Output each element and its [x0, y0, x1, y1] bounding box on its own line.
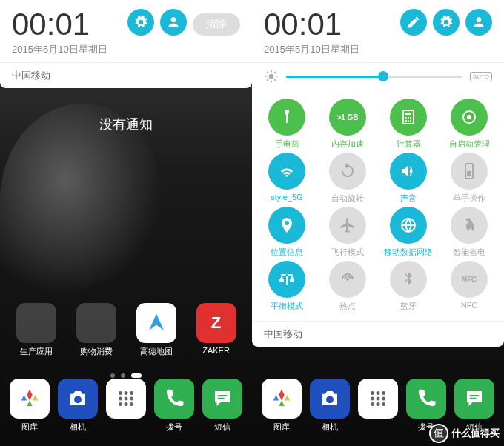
auto-brightness-badge[interactable]: AUTO [470, 72, 492, 81]
app-folder[interactable]: 购物消费 [76, 303, 116, 357]
watermark: 值 什么值得买 [429, 424, 500, 443]
svg-point-5 [124, 397, 127, 401]
svg-point-23 [467, 115, 471, 119]
app-folder[interactable]: ZZAKER [196, 303, 236, 357]
svg-rect-10 [217, 395, 227, 396]
right-screen: 00:01 2015年5月10日星期日 [252, 0, 504, 446]
quick-settings-panel: 00:01 2015年5月10日星期日 [252, 0, 504, 347]
svg-point-4 [119, 397, 122, 401]
page-dot-active [131, 373, 142, 378]
dock: 图库相机 拨号短信 [0, 379, 252, 433]
svg-point-33 [376, 397, 379, 401]
qs-calc[interactable]: 计算器 [379, 99, 437, 150]
app-label: 拨号 [166, 422, 182, 433]
quick-settings-grid: 手电筒>1 GB内存加速计算器自启动管理style_5G自动旋转声音单手操作位置… [252, 90, 504, 321]
qs-onehand[interactable]: 单手操作 [440, 153, 498, 204]
watermark-text: 什么值得买 [451, 427, 500, 440]
settings-icon[interactable] [127, 9, 154, 36]
qs-hotspot[interactable]: 热点 [319, 261, 377, 312]
svg-point-21 [410, 120, 411, 122]
qs-location[interactable]: 位置信息 [258, 207, 316, 258]
svg-point-19 [405, 120, 407, 122]
qs-label: 飞行模式 [331, 247, 364, 258]
no-notifications-text: 没有通知 [0, 104, 252, 145]
edit-icon[interactable] [400, 9, 427, 36]
app-gallery[interactable]: 图库 [262, 379, 302, 433]
qs-flashlight[interactable]: 手电筒 [258, 99, 316, 150]
qs-label: 自启动管理 [449, 139, 490, 150]
app-nav[interactable]: 高德地图 [136, 303, 176, 357]
svg-rect-11 [217, 398, 224, 399]
svg-point-17 [408, 117, 409, 119]
qs-label: 计算器 [397, 139, 421, 150]
qs-label: NFC [461, 301, 478, 310]
svg-point-18 [410, 117, 411, 119]
profile-icon[interactable] [160, 9, 187, 36]
brightness-icon [264, 69, 279, 84]
qs-wifi[interactable]: style_5G [258, 153, 316, 204]
qs-bluetooth[interactable]: 蓝牙 [379, 261, 437, 312]
svg-point-32 [371, 397, 374, 401]
qs-airplane[interactable]: 飞行模式 [319, 207, 377, 258]
clock-time: 00:01 [264, 9, 359, 40]
svg-point-6 [130, 397, 133, 401]
svg-point-31 [382, 391, 385, 395]
brightness-slider[interactable] [286, 76, 462, 78]
apps-drawer[interactable] [106, 379, 146, 433]
qs-balance[interactable]: 平衡模式 [258, 261, 316, 312]
qs-autostart[interactable]: 自启动管理 [440, 99, 498, 150]
qs-memory[interactable]: >1 GB内存加速 [319, 99, 377, 150]
notification-panel: 00:01 2015年5月10日星期日 清除 中国移动 [0, 0, 252, 88]
carrier-label: 中国移动 [0, 62, 252, 88]
app-phone[interactable]: 拨号 [154, 379, 194, 433]
qs-label: 自动旋转 [331, 193, 364, 204]
svg-point-20 [408, 120, 409, 122]
qs-label: 手电筒 [275, 139, 299, 150]
svg-point-29 [371, 391, 374, 395]
watermark-badge: 值 [429, 424, 448, 443]
svg-text:NFC: NFC [462, 276, 477, 284]
settings-icon[interactable] [433, 9, 460, 36]
app-camera[interactable]: 相机 [58, 379, 98, 433]
app-label: 图库 [21, 422, 38, 433]
app-folder[interactable]: 生产应用 [16, 303, 56, 357]
svg-point-8 [124, 402, 127, 406]
svg-point-7 [119, 402, 122, 406]
carrier-label: 中国移动 [252, 321, 504, 347]
app-label: 购物消费 [80, 346, 113, 357]
qs-label: 平衡模式 [271, 301, 303, 312]
profile-icon[interactable] [465, 9, 492, 36]
app-sms[interactable]: 短信 [202, 379, 242, 433]
left-screen: 00:01 2015年5月10日星期日 清除 中国移动 [0, 0, 252, 446]
app-label: 相机 [70, 422, 86, 433]
qs-label: 蓝牙 [400, 301, 417, 312]
qs-sound[interactable]: 声音 [379, 153, 437, 204]
qs-label: 位置信息 [271, 247, 303, 258]
app-row-mid: 生产应用购物消费高德地图ZZAKER [0, 303, 252, 357]
clock-date: 2015年5月10日星期日 [264, 43, 359, 56]
svg-point-0 [171, 17, 176, 22]
app-gallery[interactable]: 图库 [10, 379, 50, 433]
brightness-row: AUTO [252, 62, 504, 90]
qs-rotate[interactable]: 自动旋转 [319, 153, 377, 204]
qs-data[interactable]: 移动数据网络 [379, 207, 437, 258]
svg-rect-38 [469, 395, 479, 396]
page-dot [121, 373, 125, 378]
svg-point-34 [382, 397, 385, 401]
clear-button[interactable]: 清除 [193, 13, 240, 36]
qs-label: 内存加速 [331, 139, 364, 150]
app-camera[interactable]: 相机 [310, 379, 350, 433]
svg-rect-25 [467, 171, 471, 176]
qs-label: 智能省电 [453, 247, 485, 258]
apps-drawer[interactable] [358, 379, 398, 433]
svg-point-16 [405, 117, 407, 119]
svg-point-1 [119, 391, 122, 395]
qs-power[interactable]: 智能省电 [440, 207, 498, 258]
page-indicator [0, 373, 252, 378]
qs-label: 声音 [400, 193, 417, 204]
svg-point-9 [130, 402, 133, 406]
svg-point-36 [376, 402, 379, 406]
svg-point-2 [124, 391, 127, 395]
qs-nfc[interactable]: NFCNFC [440, 261, 498, 312]
svg-point-37 [382, 402, 385, 406]
